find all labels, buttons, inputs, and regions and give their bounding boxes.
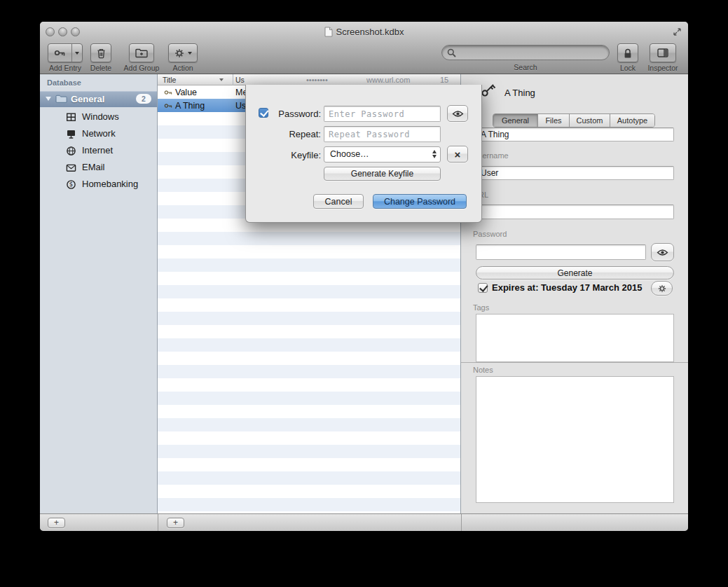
toolbar-item-add-group: Add Group — [118, 43, 165, 72]
bottom-bar-divider — [461, 514, 462, 531]
peek-modified-cell: 15 — [440, 76, 448, 84]
search-input[interactable] — [441, 45, 610, 60]
windows-icon — [66, 112, 76, 123]
sheet-password-input[interactable] — [324, 106, 441, 122]
svg-text:$: $ — [69, 181, 72, 188]
disclosure-triangle-icon[interactable] — [46, 97, 51, 101]
sheet-repeat-input[interactable] — [324, 126, 441, 142]
toolbar-item-add-entry: Add Entry — [45, 43, 85, 72]
internet-icon — [66, 146, 76, 156]
key-icon — [164, 88, 172, 97]
folder-add-icon — [135, 48, 148, 58]
bottom-bar-divider — [158, 514, 158, 531]
toolbar-label: Action — [172, 64, 193, 72]
keyfile-popup[interactable]: Choose… — [324, 146, 441, 163]
column-divider[interactable] — [233, 74, 233, 85]
generate-keyfile-button[interactable]: Generate Keyfile — [324, 167, 441, 181]
tags-field[interactable] — [476, 314, 674, 362]
toolbar-item-action: Action — [165, 43, 201, 72]
add-group-button[interactable] — [129, 43, 154, 62]
gear-icon — [657, 284, 667, 294]
generate-password-button[interactable]: Generate — [476, 266, 674, 279]
expiry-presets-button[interactable] — [651, 281, 673, 296]
expires-label: Expires at: Tuesday 17 March 2015 — [492, 282, 642, 293]
sidebar-item-homebanking[interactable]: $ Homebanking — [40, 176, 157, 193]
tab-general[interactable]: General — [493, 114, 538, 127]
sidebar-item-network[interactable]: Network — [40, 125, 157, 142]
sheet-keyfile-label: Keyfile: — [246, 150, 321, 160]
toolbar-item-inspector: Inspector — [643, 43, 682, 72]
group-sidebar: Database General 2 W — [40, 74, 158, 513]
notes-label: Notes — [473, 366, 493, 374]
tags-label: Tags — [473, 303, 489, 312]
entry-title-cell: A Thing — [175, 101, 205, 111]
sheet-reveal-password-button[interactable] — [447, 105, 468, 122]
toolbar: Add Entry Delete — [40, 41, 688, 74]
username-field[interactable] — [476, 166, 674, 180]
sidebar-item-email[interactable]: EMail — [40, 159, 157, 176]
sheet-repeat-label: Repeat: — [246, 129, 321, 139]
titlebar: Screenshot.kdbx — [40, 27, 688, 39]
cancel-button[interactable]: Cancel — [313, 194, 364, 209]
sidebar-item-general[interactable]: General 2 — [40, 91, 157, 107]
chevron-down-icon — [188, 52, 192, 55]
url-field[interactable] — [476, 205, 674, 219]
password-field[interactable] — [476, 244, 646, 260]
lock-button[interactable] — [617, 43, 638, 62]
toolbar-label: Search — [441, 63, 610, 71]
add-entry-button[interactable] — [48, 43, 83, 62]
password-label: Password — [473, 230, 507, 238]
notes-field[interactable] — [476, 376, 674, 503]
column-header-username[interactable]: Us — [235, 76, 245, 84]
fullscreen-icon[interactable] — [673, 27, 682, 36]
toolbar-label: Inspector — [647, 64, 678, 72]
clear-keyfile-button[interactable]: × — [447, 146, 468, 163]
column-header-title[interactable]: Title — [163, 76, 176, 84]
sidebar-item-internet[interactable]: Internet — [40, 142, 157, 159]
expires-checkbox[interactable] — [478, 283, 488, 293]
inspector-panel: A Thing General Files Custom Autotype Us… — [461, 74, 688, 513]
toolbar-label: Add Group — [124, 64, 160, 72]
change-password-button[interactable]: Change Password — [373, 194, 467, 209]
title-field[interactable] — [476, 127, 674, 141]
sidebar-item-label: Windows — [82, 111, 119, 122]
sidebar-section-header: Database — [47, 78, 81, 87]
window-chrome: Screenshot.kdbx — [40, 22, 688, 74]
entry-title-cell: Value — [175, 88, 197, 97]
app-window: Screenshot.kdbx — [40, 22, 688, 531]
reveal-password-button[interactable] — [651, 243, 674, 261]
tab-autotype[interactable]: Autotype — [610, 114, 654, 127]
sort-indicator-icon — [219, 78, 224, 81]
entry-username-cell: Us — [235, 101, 246, 111]
sheet-password-label: Password: — [246, 109, 321, 119]
sidebar-item-label: Internet — [82, 145, 113, 156]
add-entry-plus-button[interactable]: + — [167, 518, 184, 528]
toolbar-label: Add Entry — [49, 64, 81, 72]
add-group-plus-button[interactable]: + — [48, 518, 65, 528]
action-button[interactable] — [168, 43, 198, 62]
peek-url-cell: www.url.com — [366, 76, 410, 84]
sidebar-item-label: EMail — [82, 162, 105, 172]
panel-icon — [657, 48, 668, 57]
entry-list-header: Title Us •••••••• www.url.com 15 — [158, 74, 460, 85]
sidebar-item-label: Homebanking — [82, 179, 138, 189]
lock-icon — [623, 48, 633, 59]
sidebar-item-label: Network — [82, 128, 116, 139]
bottom-bar: + + — [40, 513, 688, 531]
popup-stepper-icon — [432, 150, 437, 158]
section-divider — [461, 362, 688, 363]
toolbar-label: Lock — [620, 64, 636, 72]
delete-button[interactable] — [90, 43, 111, 62]
tab-files[interactable]: Files — [538, 114, 570, 127]
tab-custom[interactable]: Custom — [570, 114, 610, 127]
inspector-button[interactable] — [650, 43, 676, 62]
sidebar-item-windows[interactable]: Windows — [40, 109, 157, 125]
gear-icon — [174, 48, 185, 59]
eye-icon — [452, 110, 464, 118]
window-title: Screenshot.kdbx — [336, 27, 404, 37]
key-icon — [54, 47, 66, 59]
inspector-tabs: General Files Custom Autotype — [493, 113, 655, 127]
entry-count-badge: 2 — [136, 94, 151, 104]
toolbar-item-lock: Lock — [612, 43, 644, 72]
key-icon — [164, 102, 172, 110]
